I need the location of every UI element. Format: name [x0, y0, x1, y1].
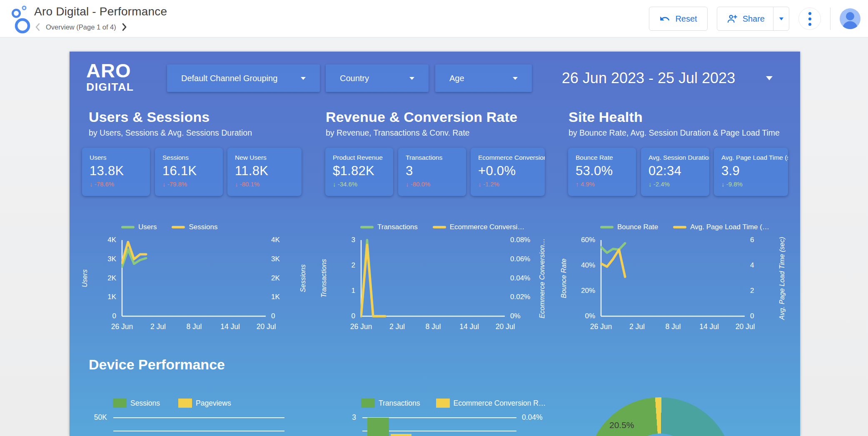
site-health-line-chart: Bounce RateAvg. Page Load Time (… Bounce… — [556, 222, 789, 319]
legend-line-swatch — [673, 226, 686, 228]
sessions-pageviews-legend: Sessions Pageviews — [113, 398, 231, 408]
delta-badge: ↓ -80.1% — [235, 181, 302, 188]
aro-digital-logo: ARO DIGITAL — [86, 61, 134, 93]
delta-badge: ↓ -9.8% — [721, 181, 788, 188]
chevron-down-icon — [513, 77, 518, 80]
reset-label: Reset — [675, 14, 697, 24]
right-axis-ticks: 01K2K3K4K — [266, 238, 295, 319]
section-title-revenue: Revenue & Conversion Rate — [326, 109, 517, 125]
date-range-value: 26 Jun 2023 - 25 Jul 2023 — [549, 69, 748, 87]
chart-legend: Bounce RateAvg. Page Load Time (… — [600, 222, 789, 233]
share-button[interactable]: Share — [717, 7, 789, 31]
looker-studio-logo — [6, 4, 32, 34]
legend-swatch — [113, 399, 127, 408]
section-title-site-health: Site Health — [569, 109, 643, 125]
right-axis-title: Avg. Page Load Time (sec) — [774, 238, 789, 319]
legend-item: Transactions — [360, 223, 418, 231]
section-title-users-sessions: Users & Sessions — [89, 109, 210, 125]
plot-area — [600, 238, 745, 319]
avatar-person-icon — [846, 12, 854, 20]
legend-item: Bounce Rate — [600, 223, 658, 231]
left-axis-title: Bounce Rate — [556, 238, 571, 319]
right-axis-title: Sessions — [295, 238, 310, 319]
left-axis-title: Users — [77, 238, 92, 319]
legend-item: Users — [121, 223, 157, 231]
left-axis-title: Transactions — [316, 238, 331, 319]
delta-badge: ↓ -78.6% — [90, 181, 150, 188]
transactions-bar — [367, 418, 389, 436]
app-header: Aro Digital - Performance Overview (Page… — [0, 0, 868, 37]
delta-badge: ↓ -34.6% — [333, 181, 393, 188]
plot-area — [360, 238, 505, 319]
gridline — [113, 431, 284, 431]
scorecard-transactions: Transactions 3 ↓ -80.0% — [398, 148, 466, 196]
delta-badge: ↑ 4.9% — [576, 181, 636, 188]
delta-badge: ↓ -1.2% — [478, 181, 545, 188]
filter-age[interactable]: Age — [435, 64, 532, 92]
date-range-picker[interactable]: 26 Jun 2023 - 25 Jul 2023 — [549, 64, 782, 92]
left-axis-ticks: 0123 — [331, 238, 360, 319]
header-divider — [830, 7, 831, 30]
legend-line-swatch — [172, 226, 185, 228]
legend-item: Avg. Page Load Time (… — [673, 223, 769, 231]
report-title: Aro Digital - Performance — [34, 5, 167, 18]
x-axis-ticks: 26 Jun2 Jul8 Jul14 Jul20 Jul — [121, 322, 266, 334]
legend-item: Ecommerce Conversi… — [433, 223, 525, 231]
conversion-rate-bar — [391, 434, 412, 436]
reset-button[interactable]: Reset — [649, 7, 707, 31]
legend-swatch — [436, 399, 450, 408]
transactions-conversion-line-chart: TransactionsEcommerce Conversi… Transact… — [316, 222, 549, 319]
scorecard-bounce-rate: Bounce Rate 53.0% ↑ 4.9% — [568, 148, 636, 196]
filter-country[interactable]: Country — [326, 64, 429, 92]
scorecard-avg-session-duration: Avg. Session Duration 02:34 ↓ -2.4% — [641, 148, 709, 196]
pie-slice-label: 20.5% — [609, 420, 634, 430]
legend-swatch — [361, 399, 375, 408]
legend-item: Sessions — [172, 223, 217, 231]
legend-line-swatch — [121, 226, 135, 228]
right-axis-ticks: 0246 — [745, 238, 774, 319]
y-tick-50k: 50K — [81, 413, 107, 422]
scorecard-new-users: New Users 11.8K ↓ -80.1% — [227, 148, 302, 196]
plot-area — [121, 238, 266, 319]
person-add-icon — [726, 13, 738, 25]
y-tick-004pct: 0.04% — [522, 413, 543, 422]
share-dropdown-caret[interactable] — [773, 7, 789, 30]
donut-hole — [624, 434, 697, 436]
delta-badge: ↓ -2.4% — [649, 181, 709, 188]
users-sessions-line-chart: UsersSessions Users 01K2K3K4K 26 Jun2 Ju… — [77, 222, 310, 319]
breadcrumb: Overview (Page 1 of 4) — [33, 23, 129, 31]
chevron-down-icon — [301, 77, 306, 80]
more-options-button[interactable] — [798, 7, 821, 30]
chart-legend: UsersSessions — [121, 222, 310, 233]
section-subtitle: by Users, Sessions & Avg. Sessions Durat… — [89, 128, 252, 138]
page-next-icon[interactable] — [120, 23, 129, 31]
share-label: Share — [743, 14, 765, 24]
device-performance-title: Device Performance — [89, 357, 225, 373]
filter-default-channel-grouping[interactable]: Default Channel Grouping — [167, 64, 320, 92]
section-subtitle: by Revenue, Transactions & Conv. Rate — [326, 128, 469, 138]
legend-swatch — [178, 399, 192, 408]
scorecard-product-revenue: Product Revenue $1.82K ↓ -34.6% — [325, 148, 393, 196]
transactions-conversion-legend: Transactions Ecommerce Conversion R… — [361, 398, 546, 408]
dashboard-canvas: ARO DIGITAL Default Channel Grouping Cou… — [70, 52, 800, 436]
scorecard-sessions: Sessions 16.1K ↓ -79.8% — [155, 148, 223, 196]
undo-icon — [659, 13, 670, 24]
chart-legend: TransactionsEcommerce Conversi… — [360, 222, 549, 233]
legend-line-swatch — [360, 226, 374, 228]
legend-line-swatch — [433, 226, 446, 228]
chevron-down-icon — [409, 77, 414, 80]
chevron-down-icon — [766, 76, 773, 80]
gridline — [113, 417, 284, 418]
x-axis-ticks: 26 Jun2 Jul8 Jul14 Jul20 Jul — [360, 322, 505, 334]
scorecard-ecommerce-conversion-rate: Ecommerce Conversion Rate +0.0% ↓ -1.2% — [471, 148, 545, 196]
breadcrumb-label: Overview (Page 1 of 4) — [46, 23, 116, 31]
legend-line-swatch — [600, 226, 614, 228]
page-prev-icon[interactable] — [33, 23, 42, 31]
scorecard-avg-page-load-time: Avg. Page Load Time (sec) 3.9 ↓ -9.8% — [714, 148, 788, 196]
delta-badge: ↓ -80.0% — [406, 181, 466, 188]
right-axis-ticks: 0%0.02%0.04%0.06%0.08% — [505, 238, 534, 319]
scorecard-users: Users 13.8K ↓ -78.6% — [82, 148, 150, 196]
user-avatar[interactable] — [840, 8, 861, 29]
left-axis-ticks: 01K2K3K4K — [92, 238, 121, 319]
left-axis-ticks: 0%20%40%60% — [571, 238, 600, 319]
